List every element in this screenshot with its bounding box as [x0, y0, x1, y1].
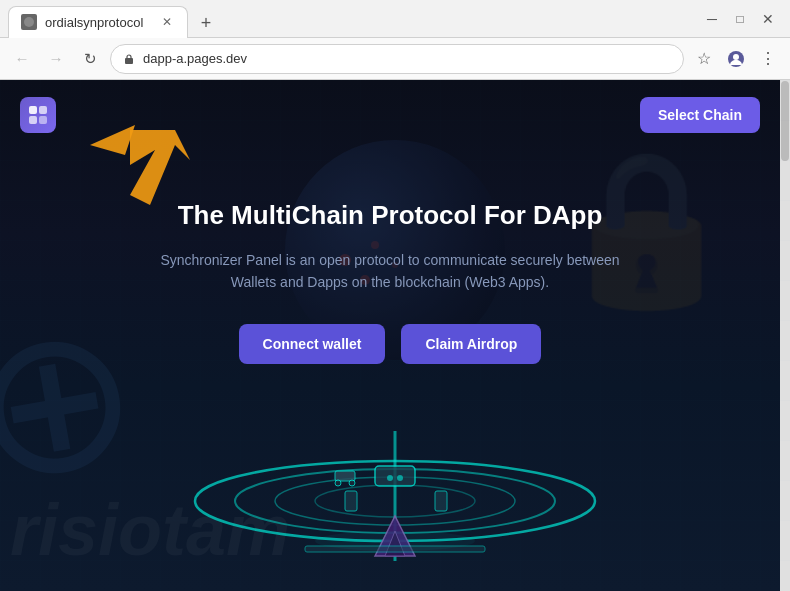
svg-point-30: [349, 480, 355, 486]
svg-point-29: [335, 480, 341, 486]
svg-rect-12: [39, 106, 47, 114]
svg-rect-1: [125, 58, 133, 64]
hero-description: Synchronizer Panel is an open protocol t…: [150, 249, 630, 294]
menu-button[interactable]: ⋮: [754, 45, 782, 73]
site-logo: [20, 97, 56, 133]
claim-airdrop-button[interactable]: Claim Airdrop: [401, 324, 541, 364]
bookmark-button[interactable]: ☆: [690, 45, 718, 73]
page-content: 🔒 ⊕: [0, 80, 790, 591]
svg-point-26: [397, 475, 403, 481]
logo-icon: [27, 104, 49, 126]
svg-point-0: [24, 17, 34, 27]
svg-rect-22: [435, 491, 447, 511]
tab-close-button[interactable]: ✕: [159, 14, 175, 30]
svg-rect-14: [39, 116, 47, 124]
refresh-button[interactable]: ↻: [76, 45, 104, 73]
svg-point-31: [315, 531, 475, 551]
browser-frame: ordialsynprotocol ✕ + ─ □ ✕ ← → ↻ dapp-a…: [0, 0, 790, 591]
forward-button[interactable]: →: [42, 45, 70, 73]
profile-button[interactable]: [722, 45, 750, 73]
back-button[interactable]: ←: [8, 45, 36, 73]
arrow-annotation: [90, 125, 210, 205]
station-svg: [145, 371, 645, 591]
tab-title: ordialsynprotocol: [45, 15, 143, 30]
close-button[interactable]: ✕: [754, 5, 782, 33]
space-station-illustration: [145, 371, 645, 591]
lock-icon: [123, 53, 135, 65]
svg-rect-20: [375, 466, 415, 486]
url-text: dapp-a.pages.dev: [143, 51, 671, 66]
select-chain-button[interactable]: Select Chain: [640, 97, 760, 133]
connect-wallet-button[interactable]: Connect wallet: [239, 324, 386, 364]
svg-marker-10: [90, 125, 135, 155]
svg-rect-13: [29, 116, 37, 124]
new-tab-button[interactable]: +: [192, 10, 220, 38]
address-bar[interactable]: dapp-a.pages.dev: [110, 44, 684, 74]
maximize-button[interactable]: □: [726, 5, 754, 33]
svg-rect-11: [29, 106, 37, 114]
hero-buttons: Connect wallet Claim Airdrop: [150, 324, 630, 364]
hero-content: The MultiChain Protocol For DApp Synchro…: [150, 200, 630, 364]
browser-titlebar: ordialsynprotocol ✕ + ─ □ ✕: [0, 0, 790, 38]
svg-point-25: [387, 475, 393, 481]
svg-marker-9: [130, 130, 190, 205]
svg-point-3: [733, 54, 739, 60]
minimize-button[interactable]: ─: [698, 5, 726, 33]
browser-nav: ← → ↻ dapp-a.pages.dev ☆ ⋮: [0, 38, 790, 80]
browser-action-buttons: ☆ ⋮: [690, 45, 782, 73]
tab-favicon: [21, 14, 37, 30]
svg-rect-21: [345, 491, 357, 511]
active-tab[interactable]: ordialsynprotocol ✕: [8, 6, 188, 38]
tab-bar: ordialsynprotocol ✕ +: [8, 0, 694, 38]
